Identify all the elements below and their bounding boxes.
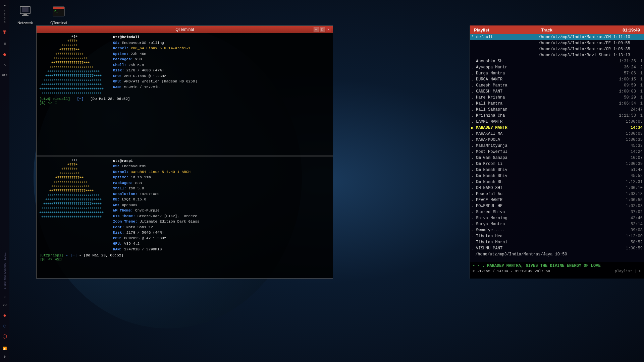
playlist-path-1[interactable]: /home/utz/mp3/India/Mantras/PE 1:00:55 [470,40,644,46]
track-name-18: Om Namah Shiv [476,168,624,172]
track-name-3: DURGA MANTR [476,77,618,82]
taskbar-icon-2win[interactable]: 2w [1,302,8,309]
prompt-dir-top: - [~] [72,97,84,101]
minimize-button[interactable]: ─ [314,27,319,32]
track-duration-20: 1:12:31 [624,180,643,184]
track-row-25[interactable]: .Sacred Shiva37:02 [470,209,644,215]
track-name-30: Tibetan Morni [476,240,624,245]
prompt-dir-bottom: - [~] [66,253,77,257]
track-row-20[interactable]: .Om Namah Sh1:12:31 [470,179,644,185]
track-row-23[interactable]: .PEACE MANTR1:00:55 [470,197,644,203]
taskbar-icon-qterminal[interactable]: ⚡ [1,294,8,301]
track-duration-22: 1:03:18 [624,192,643,196]
window-controls: ─ □ × [314,27,331,32]
track-row-28[interactable]: .Swamiye.....39:08 [470,227,644,233]
prompt-time-bottom: - [Do Mai 28, 06:52] [79,253,123,257]
taskbar-num-12: 12 [4,10,5,16]
track-duration-15: 14:24 [624,149,643,154]
music-bottom: - - . MAHADEV MANTRA, GIVES THE DIVINE E… [470,262,644,279]
playlist-default[interactable]: * default /home/utz/mp3/India/Mantras/OM… [470,34,644,40]
terminal-content: +I+ +777+ +77777++ +7777777++ +777777777… [37,33,333,278]
track-duration-3: 1:00:15 [618,77,636,82]
track-row-18[interactable]: .Om Namah Shiv51:48 [470,167,644,173]
track-duration-23: 1:00:55 [624,198,643,202]
track-num-9: 1 [636,113,643,118]
taskbar-icon-dots[interactable]: ⠿ [1,41,8,48]
terminal-pane-top[interactable]: +I+ +777+ +77777++ +7777777++ +777777777… [37,33,333,155]
track-row-13[interactable]: .MAHA-MOOLA1:00:35 [470,137,644,143]
track-row-19[interactable]: .Om Namah Shiv45:52 [470,173,644,179]
track-duration-7: 1:06:34 [618,101,636,106]
track-row-29[interactable]: .Tibetan Hea1:12:00 [470,233,644,239]
music-playlist-ctrl[interactable]: playlist | C [615,269,641,273]
track-row-24[interactable]: .POWERFUL HE1:02:03 [470,203,644,209]
track-row-9[interactable]: .Krishina Cha1:11:531 [470,113,644,119]
playlist-path-2[interactable]: /home/utz/mp3/India/Mantras/OR 1:06:35 [470,46,644,52]
prompt-host-top: [utz@heimdall] [39,97,70,101]
window-titlebar[interactable]: QTerminal ─ □ × [37,26,333,33]
track-row-5[interactable]: .GANESH MANT1:00:031 [470,88,644,95]
track-row-16[interactable]: .Om Gam Ganapa10:07 [470,155,644,161]
track-row-1[interactable]: .Ayyappa Mantr36:242 [470,64,644,70]
track-duration-30: 58:52 [624,240,643,245]
playlist-default-name: * default [470,35,537,40]
track-name-11: MAHADEV MANTR [476,125,624,130]
track-row-12[interactable]: .MAHAKALI MA1:00:03 [470,131,644,137]
neofetch-info-bottom: utz@raspi OS: EndeavourOS Kernel: aarch6… [113,158,330,252]
track-row-17[interactable]: .Om Kroom Li1:00:39 [470,161,644,167]
track-duration-5: 1:00:03 [618,89,636,94]
maximize-button[interactable]: □ [320,27,325,32]
track-row-2[interactable]: .Durga Mantra57:061 [470,70,644,76]
svg-text:>_: >_ [54,9,58,12]
track-row-0[interactable]: .Anoushka Sh1:31:361 [470,58,644,64]
taskbar-icon-utz[interactable]: utz [1,72,8,79]
close-button[interactable]: × [326,27,331,32]
music-status-line: - - . MAHADEV MANTRA, GIVES THE DIVINE E… [473,263,641,268]
track-row-14[interactable]: .MahaMrityunja45:33 [470,143,644,149]
track-row-30[interactable]: .Tibetan Morni58:52 [470,239,644,245]
music-list[interactable]: * default /home/utz/mp3/India/Mantras/OM… [470,34,644,262]
qterminal-icon: >_ [51,3,67,19]
track-row-11[interactable]: ▶MAHADEV MANTR14:34 [470,125,644,131]
current-path-row: /home/utz/mp3/India/Mantras/Jaya 10:50 [470,251,644,257]
taskbar-icon-home[interactable]: ⌂ [1,61,8,69]
track-duration-27: 52:14 [624,222,643,227]
track-row-15[interactable]: .Most Powerful14:24 [470,149,644,155]
track-name-10: LAXMI MANTR [476,119,624,124]
track-num-7: 1 [636,101,643,106]
track-num-5: 1 [636,89,643,94]
track-row-7[interactable]: .Kali Mantra1:06:341 [470,101,644,107]
track-name-9: Krishina Cha [476,113,618,118]
track-row-22[interactable]: .Peaceful Au1:03:18 [470,191,644,197]
taskbar-icon-settings[interactable]: ⚙ [1,353,8,360]
track-row-27[interactable]: .Surya Mantra52:14 [470,221,644,227]
taskbar-back[interactable]: ↩ [1,2,8,9]
taskbar-icon-red-circle[interactable]: ● [1,312,8,319]
taskbar-num-34: 34 [4,17,5,24]
track-row-26[interactable]: .Shiva Morning42:46 [470,215,644,221]
taskbar-icon-bluetooth[interactable]: ⬡ [1,322,8,330]
track-row-6[interactable]: .Hare Krishna50:291 [470,95,644,101]
desktop-icon-qterminal[interactable]: >_ QTerminal [47,3,70,25]
track-row-21[interactable]: .OM NAMO SHI1:00:10 [470,185,644,191]
prompt-top[interactable]: [utz@heimdall] - [~] - [Do Mai 28, 06:52… [39,97,330,105]
taskbar-icon-app[interactable]: ⬡ [1,333,8,340]
taskbar-icon-circle[interactable]: ● [1,51,8,58]
music-header-time: 81:19:49 [623,27,640,33]
track-row-3[interactable]: .DURGA MANTR1:00:151 [470,76,644,82]
track-duration-17: 1:00:39 [624,162,643,166]
taskbar-left: ↩ 12 34 🗑 ⠿ ● ⌂ utz Share Your Desktop -… [0,0,9,362]
track-row-10[interactable]: .LAXMI MANTR1:00:03 [470,119,644,125]
desktop-icon-netzwerk[interactable]: Netzwerk [13,3,37,25]
taskbar-icon-wifi[interactable]: 📶 [1,345,8,352]
track-row-31[interactable]: .VISHNU MANT1:00:59 [470,245,644,251]
taskbar-icon-trash[interactable]: 🗑 [1,28,8,36]
qterminal-window: QTerminal ─ □ × +I+ +777+ +77777++ +7777… [36,25,333,279]
music-progress-text: > -12:55 / 14:34 - 81:19:49 vol: 50 [473,269,550,273]
playlist-path-3[interactable]: /home/utz/mp3/India/Ravi Shank 1:13:13 [470,52,644,58]
track-row-4[interactable]: .Ganesh Mantra09:591 [470,82,644,88]
terminal-pane-bottom[interactable]: +I+ +777+ +77777++ +7777777++ +777777777… [37,157,333,279]
netzwerk-icon [17,3,33,19]
prompt-bottom[interactable]: [utz@raspi] - [~] - [Do Mai 28, 06:52] [… [39,253,330,261]
track-row-8[interactable]: .Kali Sahasran24:47 [470,107,644,113]
